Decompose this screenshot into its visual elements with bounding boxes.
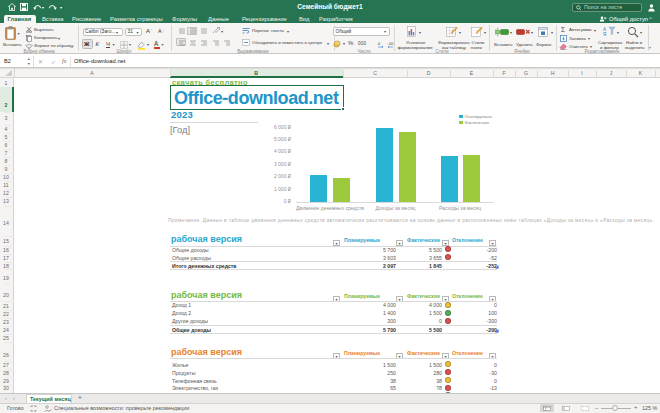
svg-text:.0: .0 <box>377 41 381 46</box>
svg-text:Я: Я <box>603 32 606 37</box>
svg-text:.00: .00 <box>388 41 394 46</box>
